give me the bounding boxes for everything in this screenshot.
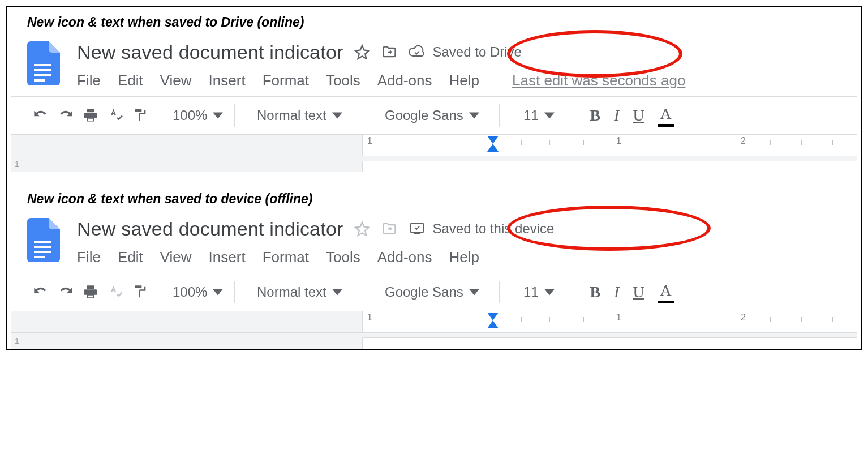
style-value: Normal text [257, 284, 326, 300]
toolbar-separator [364, 281, 364, 303]
text-color-label: A [660, 281, 672, 300]
chevron-down-icon [213, 110, 223, 121]
print-button[interactable] [78, 103, 103, 128]
italic-button[interactable]: I [614, 106, 619, 125]
style-select[interactable]: Normal text [243, 108, 356, 123]
paint-format-button[interactable] [128, 280, 153, 305]
page-canvas[interactable] [362, 337, 857, 349]
menu-edit[interactable]: Edit [118, 249, 143, 266]
first-line-indent-marker[interactable] [487, 313, 499, 320]
spellcheck-button[interactable] [103, 103, 128, 128]
font-select[interactable]: Google Sans [372, 108, 491, 123]
menu-file[interactable]: File [77, 72, 101, 89]
page-edge: 1 [11, 156, 857, 172]
page-canvas[interactable] [362, 161, 857, 172]
ruler[interactable]: 1 1 2 [11, 135, 857, 156]
save-status-label: Saved to Drive [433, 44, 522, 60]
redo-button[interactable] [53, 280, 78, 305]
toolbar-separator [499, 104, 500, 127]
move-to-folder-icon[interactable] [381, 220, 398, 237]
undo-button[interactable] [28, 103, 53, 128]
caption-offline: New icon & text when saved to device (of… [11, 188, 857, 215]
move-to-folder-icon[interactable] [381, 44, 398, 61]
bold-button[interactable]: B [590, 283, 600, 301]
menu-format[interactable]: Format [263, 249, 309, 266]
menu-addons[interactable]: Add-ons [377, 72, 432, 89]
toolbar-separator [234, 281, 235, 303]
menu-format[interactable]: Format [263, 72, 309, 89]
text-color-button[interactable]: A [658, 105, 674, 127]
ruler-label: 1 [367, 136, 372, 146]
ruler-label: 1 [616, 313, 621, 323]
underline-button[interactable]: U [633, 106, 644, 125]
toolbar-separator [499, 281, 500, 303]
zoom-select[interactable]: 100% [169, 284, 226, 300]
italic-button[interactable]: I [614, 283, 619, 301]
menu-insert[interactable]: Insert [209, 72, 246, 89]
svg-rect-3 [34, 79, 45, 82]
page-edge: 1 [11, 333, 857, 349]
ruler-label: 1 [616, 136, 621, 146]
svg-rect-4 [34, 241, 51, 243]
toolbar-separator [161, 281, 161, 303]
style-select[interactable]: Normal text [243, 284, 356, 300]
svg-rect-2 [34, 74, 51, 76]
vertical-ruler-label: 1 [15, 336, 19, 345]
google-docs-logo-icon[interactable] [27, 41, 60, 85]
text-color-button[interactable]: A [658, 281, 674, 303]
menu-edit[interactable]: Edit [118, 72, 143, 89]
print-button[interactable] [78, 280, 103, 305]
last-edit-link[interactable]: Last edit was seconds ago [512, 72, 685, 89]
menu-help[interactable]: Help [449, 72, 479, 89]
menu-tools[interactable]: Tools [326, 249, 360, 266]
chevron-down-icon [469, 287, 479, 297]
save-status[interactable]: Saved to Drive [408, 44, 522, 60]
google-docs-logo-icon[interactable] [27, 218, 60, 262]
document-title[interactable]: New saved document indicator [77, 41, 343, 63]
toolbar-separator [234, 104, 235, 127]
text-color-label: A [660, 105, 672, 123]
star-icon[interactable] [354, 44, 371, 61]
svg-rect-0 [34, 64, 51, 66]
star-icon[interactable] [354, 220, 371, 237]
svg-rect-5 [34, 246, 51, 248]
menu-view[interactable]: View [160, 72, 192, 89]
example-online: New saved document indicator Saved to Dr… [11, 38, 857, 172]
underline-button[interactable]: U [633, 283, 644, 301]
menu-addons[interactable]: Add-ons [377, 249, 432, 266]
save-status[interactable]: Saved to this device [408, 221, 555, 237]
menu-view[interactable]: View [160, 249, 192, 266]
undo-button[interactable] [28, 280, 53, 305]
font-value: Google Sans [385, 284, 463, 300]
cloud-check-icon [408, 45, 426, 59]
font-size-select[interactable]: 11 [508, 108, 570, 123]
chevron-down-icon [544, 287, 555, 297]
zoom-select[interactable]: 100% [169, 108, 226, 123]
device-check-icon [408, 222, 426, 236]
ruler[interactable]: 1 1 2 [11, 311, 857, 333]
vertical-ruler-label: 1 [15, 160, 19, 169]
text-color-swatch [658, 301, 674, 303]
redo-button[interactable] [53, 103, 78, 128]
bold-button[interactable]: B [590, 106, 600, 125]
left-indent-marker[interactable] [487, 320, 499, 328]
toolbar: 100% Normal text Google Sans 11 [11, 273, 857, 311]
left-indent-marker[interactable] [487, 144, 499, 152]
svg-rect-8 [410, 224, 424, 232]
font-size-select[interactable]: 11 [508, 284, 570, 300]
document-title[interactable]: New saved document indicator [77, 218, 343, 240]
toolbar-separator [578, 104, 578, 127]
spellcheck-button[interactable] [103, 280, 128, 305]
first-line-indent-marker[interactable] [487, 136, 499, 144]
font-size-value: 11 [523, 108, 539, 123]
menu-tools[interactable]: Tools [326, 72, 360, 89]
menu-file[interactable]: File [77, 249, 101, 266]
toolbar-separator [161, 104, 161, 127]
menu-insert[interactable]: Insert [209, 249, 246, 266]
paint-format-button[interactable] [128, 103, 153, 128]
style-value: Normal text [257, 108, 326, 123]
svg-rect-7 [34, 256, 45, 258]
font-select[interactable]: Google Sans [372, 284, 491, 300]
toolbar-separator [578, 281, 578, 303]
menu-help[interactable]: Help [449, 249, 479, 266]
